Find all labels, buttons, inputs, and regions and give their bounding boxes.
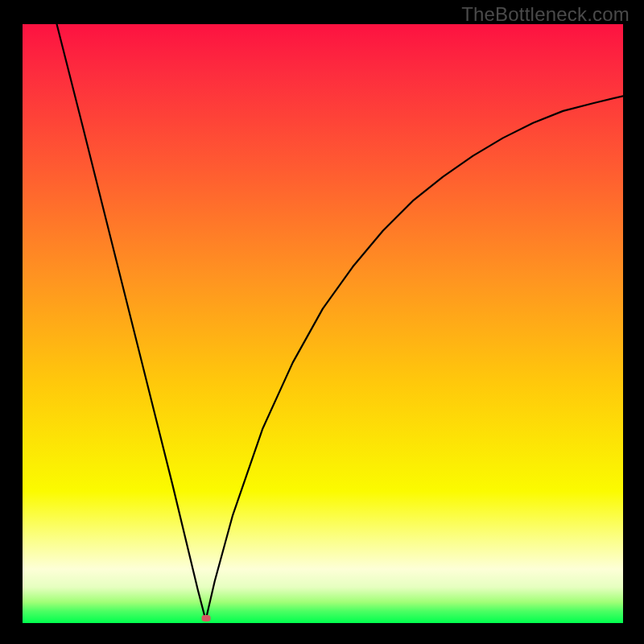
watermark-text: TheBottleneck.com: [461, 3, 630, 26]
chart-frame: TheBottleneck.com: [0, 0, 644, 644]
optimal-point-marker: [201, 615, 210, 621]
bottleneck-curve: [23, 24, 623, 623]
plot-area: [23, 24, 623, 623]
